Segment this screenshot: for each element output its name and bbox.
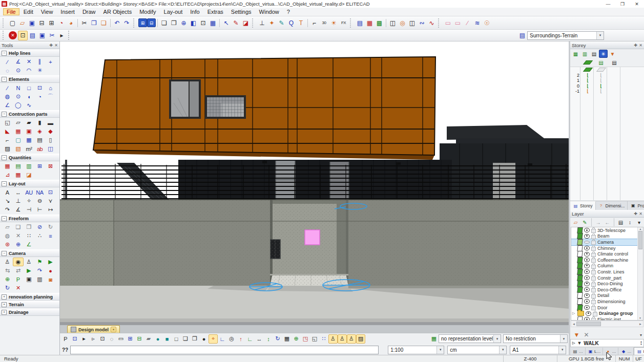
layer-state-icon[interactable] [577, 239, 583, 245]
close-icon[interactable]: ✕ [639, 43, 642, 48]
storey-row[interactable] [570, 67, 644, 73]
storey-state-icon[interactable] [596, 68, 606, 72]
p-height-icon[interactable]: ⊥ [257, 18, 267, 28]
layer-state-icon[interactable] [577, 257, 583, 263]
model-structure-icon[interactable]: ▤ [597, 59, 605, 66]
p-30-icon[interactable]: 30 [319, 18, 329, 28]
opening-icon[interactable]: ▯ [45, 136, 56, 144]
restore-button[interactable]: ❐ [615, 1, 630, 7]
ff-rotate-x-icon[interactable]: ⊛ [2, 240, 13, 249]
help-circle-icon[interactable]: ◌ [2, 66, 13, 75]
ellipse-icon[interactable]: ◯ [13, 101, 24, 110]
auto-hatch-icon[interactable]: AU [24, 188, 34, 197]
storey-state-icon[interactable]: ⌊ [600, 73, 602, 77]
storey-state-icon[interactable]: ⌊ [600, 89, 602, 93]
ff-box-icon[interactable]: ❏ [13, 223, 24, 231]
hatch-delete-icon[interactable]: ▦ [365, 18, 375, 28]
clip-icon[interactable]: ✂ [47, 31, 57, 40]
report2-icon[interactable]: ▥ [24, 162, 34, 171]
lock-icon[interactable] [591, 241, 596, 245]
layer-state-icon[interactable] [577, 281, 583, 287]
stair-icon[interactable]: ▨ [2, 144, 13, 153]
wall-axis-icon[interactable]: ◎ [398, 18, 407, 28]
cut-icon[interactable]: ✂ [79, 18, 89, 28]
lock-icon[interactable] [591, 247, 596, 251]
polyline-icon[interactable]: N [13, 83, 24, 92]
save-time-icon[interactable]: ◕ [66, 18, 76, 28]
zoom-out-icon[interactable]: ⊟ [147, 18, 156, 27]
glass-view-icon[interactable]: ❐ [190, 334, 199, 344]
expand-icon[interactable]: + [2, 294, 7, 300]
expand-icon[interactable]: ▷ [572, 311, 576, 315]
layer-row[interactable]: Deco-Office [571, 287, 638, 293]
ar-lamp-icon[interactable]: ☉ [482, 18, 492, 28]
plan-icon[interactable]: ⊞ [34, 162, 45, 171]
walk-mode-icon[interactable]: ♙ [328, 334, 338, 344]
plot-time-icon[interactable]: ◔ [56, 18, 66, 28]
arc-p-icon[interactable]: ⌐ [309, 18, 319, 28]
polygon-icon[interactable]: ⌂ [45, 83, 56, 92]
menu-info[interactable]: Info [186, 8, 203, 15]
layer-state-icon[interactable] [577, 287, 583, 293]
duplicate-icon[interactable]: ❐ [169, 18, 179, 28]
chevron-down-icon[interactable]: ▾ [499, 346, 506, 354]
modify-red-icon[interactable]: ◪ [241, 18, 251, 28]
camera-figure-f-icon[interactable]: ♙ [2, 258, 13, 266]
lock-icon[interactable] [591, 283, 596, 287]
layer-row[interactable]: Detail [571, 293, 638, 299]
collapse-icon[interactable]: − [2, 251, 7, 256]
layer-row[interactable]: Chimney [571, 245, 638, 251]
collapse-icon[interactable]: − [2, 181, 7, 186]
select-icon[interactable]: ⊡ [18, 31, 28, 40]
layer-state-icon[interactable] [577, 233, 583, 239]
help-point-icon[interactable]: ⊙ [13, 66, 24, 75]
turn-mode-icon[interactable]: ♙ [338, 334, 347, 344]
camera-play-icon[interactable]: ▶ [24, 266, 34, 275]
ar-face-icon[interactable]: ▭ [443, 18, 453, 28]
text-icon[interactable]: A [2, 188, 13, 197]
ff-cubes-icon[interactable]: ∷ [24, 231, 34, 240]
grid-window-icon[interactable]: ▦ [24, 136, 34, 144]
lock-icon[interactable] [591, 235, 596, 239]
storey-state-icon[interactable]: ⌊ [587, 84, 589, 88]
close-icon[interactable]: ✕ [639, 211, 642, 216]
chevron-down-icon[interactable]: ▾ [640, 333, 642, 337]
save-icon[interactable]: ▣ [27, 18, 37, 28]
chevron-down-icon[interactable]: ▾ [596, 32, 604, 39]
camera-move-right-icon[interactable]: ⇄ [13, 266, 24, 275]
toolbar-grip[interactable] [133, 18, 136, 28]
layer-row[interactable]: ▷Drainage group [571, 310, 638, 316]
menu-file[interactable]: File [3, 8, 19, 15]
lock-icon[interactable] [591, 294, 596, 299]
cs-y-icon[interactable]: ∟ [218, 334, 227, 344]
layer-row[interactable]: Camera [571, 239, 638, 245]
undo-icon[interactable]: ↶ [112, 18, 122, 28]
layer-row[interactable]: Column [571, 263, 638, 269]
ff-cut-icon[interactable]: ∠ [24, 240, 34, 249]
label-m2-icon[interactable]: m² [24, 144, 34, 153]
ff-deform-icon[interactable]: ✕ [13, 231, 24, 240]
copy-element-icon[interactable]: ❏ [159, 18, 169, 28]
hatch-nan-icon[interactable]: NA [34, 188, 45, 197]
visibility-eye-icon[interactable] [584, 246, 590, 250]
frame-select-icon[interactable]: ⊡ [98, 334, 107, 344]
lock-icon[interactable] [591, 318, 596, 321]
p-lamp-icon[interactable]: ☀ [329, 18, 339, 28]
calculator-icon[interactable]: ▦ [2, 162, 13, 171]
collapse-icon[interactable]: − [2, 216, 7, 221]
cs-xy-icon[interactable]: ∟ [245, 334, 255, 344]
menu-lay-out[interactable]: Lay-out [160, 8, 186, 15]
close-tab-icon[interactable]: × [111, 327, 116, 332]
label-abc-icon[interactable]: ab [34, 144, 45, 153]
toolbar-grip[interactable] [3, 18, 6, 28]
layer-row[interactable]: Constr. Lines [571, 269, 638, 275]
circle-hatch-icon[interactable]: ◍ [2, 92, 13, 101]
toolbar-grip[interactable] [438, 18, 441, 28]
rect-zoom-icon[interactable]: ▭ [116, 334, 126, 344]
cs-free-icon[interactable]: ◱ [310, 334, 319, 344]
tab-views[interactable]: ▤… [570, 348, 586, 355]
layer-stack-icon[interactable]: ▤ [517, 31, 527, 40]
minimize-button[interactable]: — [601, 1, 615, 7]
open-icon[interactable]: ▱ [17, 18, 27, 28]
storey-state-icon[interactable]: ⌊ [587, 78, 589, 82]
